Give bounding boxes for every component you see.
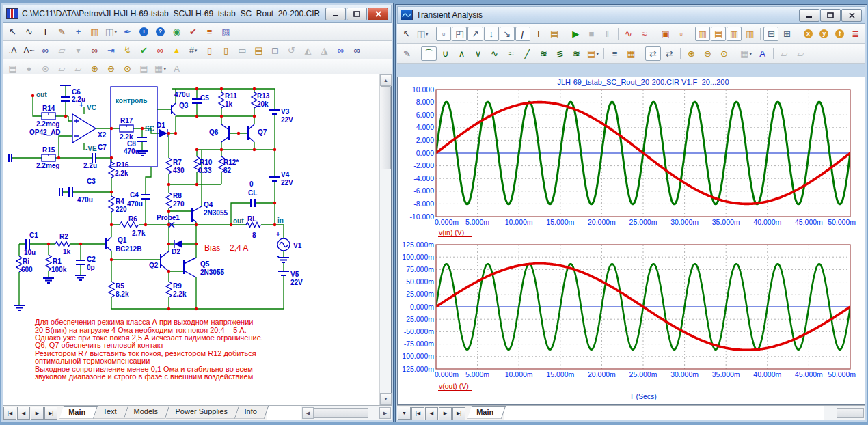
tab-info[interactable]: Info [235, 406, 269, 419]
delete-curve-icon[interactable]: ≈ [637, 27, 652, 41]
title-block-icon[interactable]: ▯ [218, 43, 234, 57]
y-axis-settings-icon[interactable]: y [817, 27, 832, 41]
flip-y-icon[interactable]: ◮ [316, 43, 332, 57]
panel-left-icon[interactable]: ▥ [695, 27, 710, 41]
schematic-vertical-scrollbar[interactable]: ▲ ▼ [379, 74, 391, 405]
tab-nav-icon-1[interactable]: ◀ [17, 407, 30, 420]
plot-area[interactable]: 10.0008.0006.0004.0002.0000.000-2.000-4.… [397, 77, 865, 405]
flip-x-icon[interactable]: ◭ [300, 43, 316, 57]
find-part-icon[interactable]: ∞ [333, 43, 349, 57]
schematic-drawing[interactable]: outC62.2uR142.2megOP42_ADVC+X2-VEконтрол… [3, 74, 381, 403]
scroll-up-icon[interactable]: ▲ [380, 74, 392, 86]
select-tool-icon[interactable]: ↖ [399, 27, 414, 41]
peak-mode-icon[interactable]: ⌒ [421, 46, 437, 61]
node-numbers-toggle-icon[interactable]: ∞ [38, 43, 53, 57]
scroll-thumb[interactable] [314, 408, 368, 418]
region-enable-icon[interactable]: ✔ [185, 25, 201, 39]
add-curve-icon[interactable]: ∿ [621, 27, 636, 41]
global-high-low-icon[interactable]: ≈ [503, 46, 519, 61]
schematic-canvas[interactable]: outC62.2uR142.2megOP42_ADVC+X2-VEконтрол… [3, 74, 392, 405]
tab-nav-icon-3[interactable]: ▶| [44, 407, 57, 420]
numeric-output-icon[interactable]: ≡ [607, 46, 623, 61]
warning-toggle-icon[interactable]: ▲ [169, 43, 185, 57]
run-button[interactable]: ▶ [568, 27, 583, 41]
align-cursors-icon[interactable]: ⇄ [645, 46, 661, 61]
panel-top-icon[interactable]: ▤ [711, 27, 726, 41]
tab-models[interactable]: Models [124, 406, 170, 419]
tab-text[interactable]: Text [94, 406, 128, 419]
curve-list-icon[interactable]: ≣ [848, 27, 863, 41]
split-horizontal-icon[interactable]: ⊟ [763, 27, 778, 41]
node-names-toggle-icon[interactable]: A~ [21, 43, 37, 57]
panel-bottom-icon[interactable]: ▥ [742, 27, 757, 41]
properties-icon[interactable]: ▤ [251, 43, 267, 57]
power-toggle-icon[interactable]: ↯ [120, 43, 135, 57]
picture-mode-icon[interactable]: + [70, 25, 86, 39]
maximize-button[interactable] [347, 8, 367, 20]
tab-main[interactable]: Main [59, 406, 98, 419]
select-tool-icon[interactable]: ↖ [5, 25, 21, 39]
state-variables-icon[interactable]: ▦ [623, 46, 639, 61]
link-mode-icon[interactable]: ◉ [169, 25, 185, 39]
select-plot-icon[interactable]: ▣ [658, 27, 673, 41]
performance-tag-icon[interactable]: ƒ [515, 27, 530, 41]
graph-paper-icon[interactable]: ▭ [234, 43, 250, 57]
conditions-toggle-icon[interactable]: ✔ [136, 43, 152, 57]
copy-icon[interactable]: ▱ [776, 46, 792, 61]
close-button[interactable] [368, 8, 388, 20]
flag-mode-icon[interactable]: ✒ [120, 25, 135, 39]
grid-toggle-icon[interactable]: #▾ [185, 43, 201, 57]
analysis-horizontal-scrollbar[interactable] [824, 406, 865, 420]
rotate-icon[interactable]: ↺ [284, 43, 299, 57]
component-menu-icon[interactable]: ◫▾ [415, 27, 430, 41]
maximize-button[interactable] [820, 9, 841, 22]
font-icon[interactable]: A [755, 46, 770, 61]
stepping-icon[interactable]: ≡ [202, 25, 217, 39]
close-button[interactable] [841, 9, 862, 22]
file-link-icon[interactable]: ▨ [218, 25, 234, 39]
pin-connections-toggle-icon[interactable]: ∞ [152, 43, 168, 57]
zoom-window-icon[interactable]: ▫ [674, 27, 689, 41]
stop-button[interactable]: ■ [584, 27, 599, 41]
minimize-button[interactable] [325, 8, 346, 20]
valley-mode-icon[interactable]: ∪ [437, 46, 453, 61]
scroll-thumb[interactable] [381, 86, 391, 169]
scroll-right-icon[interactable]: ▶ [379, 407, 391, 419]
text-mode-icon[interactable]: T [38, 25, 53, 39]
tab-dropdown-icon[interactable]: ▼ [398, 407, 411, 420]
help-mode-icon[interactable]: ? [152, 25, 168, 39]
tab-nav-icon-1[interactable]: ◀ [425, 407, 438, 420]
clipboard-menu-icon[interactable]: ▤▾ [585, 46, 601, 61]
tab-nav-icon-2[interactable]: ▶ [439, 407, 452, 420]
currents-toggle-icon[interactable]: ⇥ [103, 43, 119, 57]
x-axis-settings-icon[interactable]: x [801, 27, 816, 41]
fx-settings-icon[interactable]: f [832, 27, 847, 41]
scroll-thumb[interactable] [837, 408, 864, 418]
border-toggle-icon[interactable]: ▯ [202, 43, 217, 57]
vertical-tag-icon[interactable]: ↕ [484, 27, 499, 41]
cursor-mode-icon[interactable]: ◰ [452, 27, 467, 41]
tab-nav-icon-2[interactable]: ▶ [31, 407, 44, 420]
scroll-left-icon[interactable]: ◀ [302, 407, 314, 419]
point-tag-icon[interactable]: ↗ [467, 27, 483, 41]
paste-icon[interactable]: ▱ [793, 46, 809, 61]
select-box-icon[interactable]: ◻ [267, 43, 283, 57]
envelope-mode-icon[interactable]: ≋ [536, 46, 552, 61]
properties-icon[interactable]: ▤ [547, 27, 562, 41]
tab-nav-icon-0[interactable]: |◀ [411, 407, 424, 420]
zoom-in-icon[interactable]: ⊕ [683, 46, 699, 61]
transient-plots[interactable]: 10.0008.0006.0004.0002.0000.000-2.000-4.… [398, 77, 865, 402]
paste-menu-icon[interactable]: ▾ [70, 43, 86, 57]
scale-mode-icon[interactable]: ▫ [436, 27, 451, 41]
schematic-titlebar[interactable]: C:\MC11\DATA\Petrov\JLH\JLH-69-tstab_SC\… [3, 5, 392, 23]
component-menu-icon[interactable]: ◫▾ [103, 25, 119, 39]
info-mode-icon[interactable]: i [136, 25, 152, 39]
analysis-titlebar[interactable]: Transient Analysis [397, 6, 865, 24]
paste-icon[interactable]: ▱ [54, 43, 70, 57]
zoom-out-icon[interactable]: ⊖ [700, 46, 716, 61]
grid-menu-icon[interactable]: ▦▾ [738, 46, 754, 61]
tab-power-supplies[interactable]: Power Supplies [166, 406, 240, 419]
smoothing-icon[interactable]: ≋ [569, 46, 584, 61]
graphics-mode-icon[interactable]: ✎ [54, 25, 70, 39]
wire-mode-icon[interactable]: ∿ [21, 25, 37, 39]
